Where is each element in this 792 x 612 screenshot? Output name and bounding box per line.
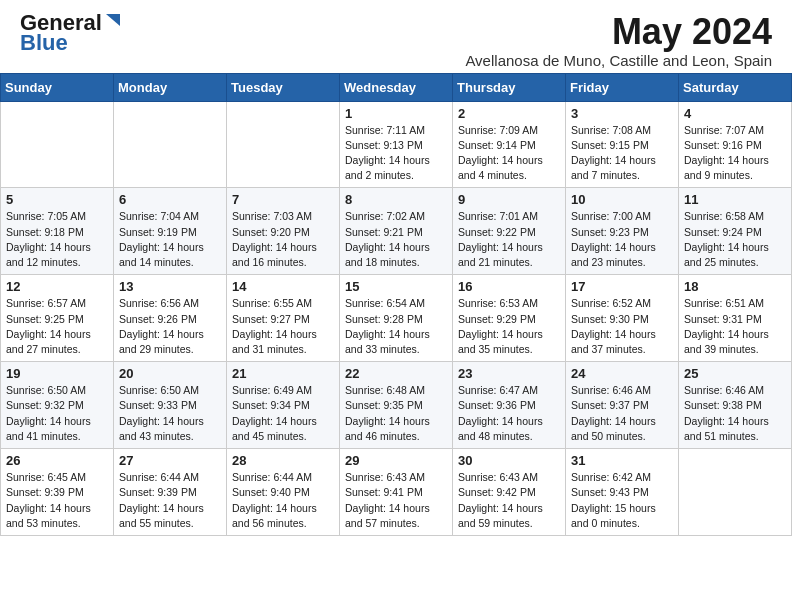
day-number: 15 (345, 279, 447, 294)
calendar-week-1: 1Sunrise: 7:11 AMSunset: 9:13 PMDaylight… (1, 101, 792, 188)
calendar-cell (114, 101, 227, 188)
day-info: Sunrise: 6:49 AMSunset: 9:34 PMDaylight:… (232, 383, 334, 444)
day-number: 30 (458, 453, 560, 468)
day-info: Sunrise: 6:54 AMSunset: 9:28 PMDaylight:… (345, 296, 447, 357)
day-number: 12 (6, 279, 108, 294)
day-number: 29 (345, 453, 447, 468)
day-info: Sunrise: 7:09 AMSunset: 9:14 PMDaylight:… (458, 123, 560, 184)
calendar-cell: 22Sunrise: 6:48 AMSunset: 9:35 PMDayligh… (340, 362, 453, 449)
day-info: Sunrise: 6:42 AMSunset: 9:43 PMDaylight:… (571, 470, 673, 531)
day-number: 23 (458, 366, 560, 381)
svg-marker-0 (106, 14, 120, 26)
day-info: Sunrise: 6:43 AMSunset: 9:41 PMDaylight:… (345, 470, 447, 531)
day-number: 26 (6, 453, 108, 468)
calendar-cell: 9Sunrise: 7:01 AMSunset: 9:22 PMDaylight… (453, 188, 566, 275)
day-number: 22 (345, 366, 447, 381)
day-number: 13 (119, 279, 221, 294)
day-info: Sunrise: 6:45 AMSunset: 9:39 PMDaylight:… (6, 470, 108, 531)
day-info: Sunrise: 6:48 AMSunset: 9:35 PMDaylight:… (345, 383, 447, 444)
calendar-week-4: 19Sunrise: 6:50 AMSunset: 9:32 PMDayligh… (1, 362, 792, 449)
calendar-cell (1, 101, 114, 188)
calendar-week-2: 5Sunrise: 7:05 AMSunset: 9:18 PMDaylight… (1, 188, 792, 275)
calendar-cell: 5Sunrise: 7:05 AMSunset: 9:18 PMDaylight… (1, 188, 114, 275)
day-info: Sunrise: 6:56 AMSunset: 9:26 PMDaylight:… (119, 296, 221, 357)
day-info: Sunrise: 6:58 AMSunset: 9:24 PMDaylight:… (684, 209, 786, 270)
calendar-cell (679, 449, 792, 536)
weekday-header-sunday: Sunday (1, 73, 114, 101)
calendar-cell: 12Sunrise: 6:57 AMSunset: 9:25 PMDayligh… (1, 275, 114, 362)
day-number: 18 (684, 279, 786, 294)
calendar-cell: 28Sunrise: 6:44 AMSunset: 9:40 PMDayligh… (227, 449, 340, 536)
weekday-header-monday: Monday (114, 73, 227, 101)
day-number: 27 (119, 453, 221, 468)
day-info: Sunrise: 6:50 AMSunset: 9:33 PMDaylight:… (119, 383, 221, 444)
day-number: 9 (458, 192, 560, 207)
title-block: May 2024 Avellanosa de Muno, Castille an… (465, 12, 772, 69)
calendar-cell: 25Sunrise: 6:46 AMSunset: 9:38 PMDayligh… (679, 362, 792, 449)
calendar-cell: 2Sunrise: 7:09 AMSunset: 9:14 PMDaylight… (453, 101, 566, 188)
calendar-cell (227, 101, 340, 188)
logo-blue: Blue (20, 32, 68, 54)
calendar-cell: 24Sunrise: 6:46 AMSunset: 9:37 PMDayligh… (566, 362, 679, 449)
calendar-cell: 29Sunrise: 6:43 AMSunset: 9:41 PMDayligh… (340, 449, 453, 536)
day-number: 21 (232, 366, 334, 381)
calendar-cell: 10Sunrise: 7:00 AMSunset: 9:23 PMDayligh… (566, 188, 679, 275)
calendar-cell: 30Sunrise: 6:43 AMSunset: 9:42 PMDayligh… (453, 449, 566, 536)
logo-arrow-icon (104, 12, 122, 30)
calendar-week-5: 26Sunrise: 6:45 AMSunset: 9:39 PMDayligh… (1, 449, 792, 536)
calendar-cell: 21Sunrise: 6:49 AMSunset: 9:34 PMDayligh… (227, 362, 340, 449)
day-info: Sunrise: 7:03 AMSunset: 9:20 PMDaylight:… (232, 209, 334, 270)
day-number: 10 (571, 192, 673, 207)
calendar-cell: 27Sunrise: 6:44 AMSunset: 9:39 PMDayligh… (114, 449, 227, 536)
day-number: 31 (571, 453, 673, 468)
day-info: Sunrise: 6:44 AMSunset: 9:39 PMDaylight:… (119, 470, 221, 531)
day-info: Sunrise: 6:52 AMSunset: 9:30 PMDaylight:… (571, 296, 673, 357)
day-info: Sunrise: 6:51 AMSunset: 9:31 PMDaylight:… (684, 296, 786, 357)
calendar-cell: 23Sunrise: 6:47 AMSunset: 9:36 PMDayligh… (453, 362, 566, 449)
day-info: Sunrise: 7:07 AMSunset: 9:16 PMDaylight:… (684, 123, 786, 184)
day-info: Sunrise: 6:57 AMSunset: 9:25 PMDaylight:… (6, 296, 108, 357)
location: Avellanosa de Muno, Castille and Leon, S… (465, 52, 772, 69)
day-info: Sunrise: 7:00 AMSunset: 9:23 PMDaylight:… (571, 209, 673, 270)
calendar-cell: 19Sunrise: 6:50 AMSunset: 9:32 PMDayligh… (1, 362, 114, 449)
day-info: Sunrise: 7:05 AMSunset: 9:18 PMDaylight:… (6, 209, 108, 270)
day-number: 24 (571, 366, 673, 381)
day-info: Sunrise: 7:11 AMSunset: 9:13 PMDaylight:… (345, 123, 447, 184)
calendar-cell: 26Sunrise: 6:45 AMSunset: 9:39 PMDayligh… (1, 449, 114, 536)
day-info: Sunrise: 6:55 AMSunset: 9:27 PMDaylight:… (232, 296, 334, 357)
calendar-cell: 1Sunrise: 7:11 AMSunset: 9:13 PMDaylight… (340, 101, 453, 188)
calendar-cell: 18Sunrise: 6:51 AMSunset: 9:31 PMDayligh… (679, 275, 792, 362)
weekday-header-saturday: Saturday (679, 73, 792, 101)
day-number: 11 (684, 192, 786, 207)
day-number: 25 (684, 366, 786, 381)
day-info: Sunrise: 7:04 AMSunset: 9:19 PMDaylight:… (119, 209, 221, 270)
day-number: 16 (458, 279, 560, 294)
calendar-cell: 16Sunrise: 6:53 AMSunset: 9:29 PMDayligh… (453, 275, 566, 362)
day-info: Sunrise: 6:43 AMSunset: 9:42 PMDaylight:… (458, 470, 560, 531)
day-number: 1 (345, 106, 447, 121)
month-title: May 2024 (465, 12, 772, 52)
calendar-cell: 15Sunrise: 6:54 AMSunset: 9:28 PMDayligh… (340, 275, 453, 362)
weekday-header-friday: Friday (566, 73, 679, 101)
day-number: 3 (571, 106, 673, 121)
day-number: 2 (458, 106, 560, 121)
day-number: 5 (6, 192, 108, 207)
day-number: 28 (232, 453, 334, 468)
weekday-header-row: SundayMondayTuesdayWednesdayThursdayFrid… (1, 73, 792, 101)
logo: General Blue (20, 12, 122, 54)
day-info: Sunrise: 6:47 AMSunset: 9:36 PMDaylight:… (458, 383, 560, 444)
calendar-cell: 6Sunrise: 7:04 AMSunset: 9:19 PMDaylight… (114, 188, 227, 275)
day-number: 17 (571, 279, 673, 294)
day-info: Sunrise: 6:46 AMSunset: 9:38 PMDaylight:… (684, 383, 786, 444)
calendar-cell: 17Sunrise: 6:52 AMSunset: 9:30 PMDayligh… (566, 275, 679, 362)
day-number: 7 (232, 192, 334, 207)
day-info: Sunrise: 6:46 AMSunset: 9:37 PMDaylight:… (571, 383, 673, 444)
calendar-cell: 14Sunrise: 6:55 AMSunset: 9:27 PMDayligh… (227, 275, 340, 362)
weekday-header-tuesday: Tuesday (227, 73, 340, 101)
day-number: 6 (119, 192, 221, 207)
day-number: 14 (232, 279, 334, 294)
page-header: General Blue May 2024 Avellanosa de Muno… (0, 0, 792, 73)
day-info: Sunrise: 6:53 AMSunset: 9:29 PMDaylight:… (458, 296, 560, 357)
calendar-table: SundayMondayTuesdayWednesdayThursdayFrid… (0, 73, 792, 536)
day-info: Sunrise: 7:01 AMSunset: 9:22 PMDaylight:… (458, 209, 560, 270)
